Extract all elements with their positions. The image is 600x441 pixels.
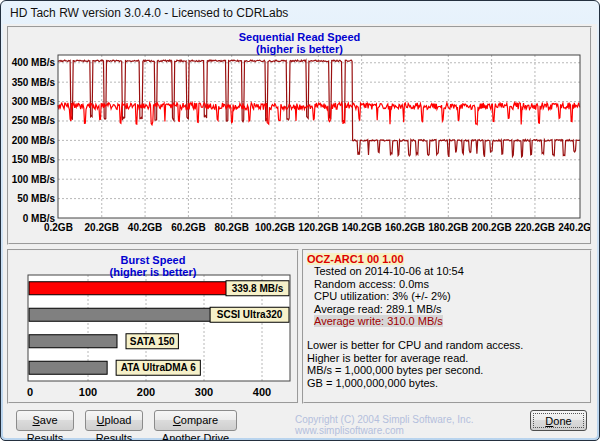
app-window: HD Tach RW version 3.0.4.0 - Licensed to…: [0, 0, 600, 441]
info-line: GB = 1,000,000,000 bytes.: [307, 377, 588, 389]
svg-text:ATA UltraDMA 6: ATA UltraDMA 6: [121, 362, 196, 373]
svg-text:220.2GB: 220.2GB: [515, 222, 555, 233]
svg-text:250 MB/s: 250 MB/s: [12, 115, 56, 126]
sequential-chart-title: Sequential Read Speed: [9, 31, 590, 43]
svg-text:SATA 150: SATA 150: [130, 336, 175, 347]
svg-text:160.2GB: 160.2GB: [385, 222, 425, 233]
svg-text:100.2GB: 100.2GB: [255, 222, 295, 233]
svg-text:200: 200: [137, 386, 155, 398]
svg-text:0.2GB: 0.2GB: [44, 222, 73, 233]
svg-text:200.2GB: 200.2GB: [472, 222, 512, 233]
svg-text:SCSI Ultra320: SCSI Ultra320: [217, 309, 283, 320]
burst-chart-subtitle: (higher is better): [9, 266, 297, 278]
svg-text:350 MB/s: 350 MB/s: [12, 77, 56, 88]
done-button[interactable]: Done: [530, 410, 587, 431]
client-area: 400 MB/s350 MB/s300 MB/s250 MB/s200 MB/s…: [3, 24, 597, 438]
svg-text:100 MB/s: 100 MB/s: [12, 174, 56, 185]
upload-results-button[interactable]: Upload Results: [85, 410, 143, 431]
window-title: HD Tach RW version 3.0.4.0 - Licensed to…: [10, 6, 288, 20]
info-line: Average read: 289.1 MB/s: [307, 303, 588, 315]
svg-text:80.2GB: 80.2GB: [214, 222, 248, 233]
sequential-speed-panel: 400 MB/s350 MB/s300 MB/s250 MB/s200 MB/s…: [7, 26, 592, 245]
drive-details: Tested on 2014-10-06 at 10:54Random acce…: [307, 265, 588, 315]
svg-text:100: 100: [79, 386, 97, 398]
burst-chart-title: Burst Speed: [9, 254, 297, 266]
title-bar[interactable]: HD Tach RW version 3.0.4.0 - Licensed to…: [3, 3, 597, 24]
info-line: Random access: 0.0ms: [307, 278, 588, 290]
svg-text:400 MB/s: 400 MB/s: [12, 57, 56, 68]
svg-text:300 MB/s: 300 MB/s: [12, 96, 56, 107]
compare-another-drive-button[interactable]: Compare Another Drive: [154, 410, 237, 431]
svg-text:50 MB/s: 50 MB/s: [17, 193, 55, 204]
svg-text:240.2GB: 240.2GB: [558, 222, 590, 233]
sequential-speed-chart: 400 MB/s350 MB/s300 MB/s250 MB/s200 MB/s…: [9, 28, 590, 243]
info-notes: Lower is better for CPU and random acces…: [307, 339, 588, 389]
svg-text:150 MB/s: 150 MB/s: [12, 154, 56, 165]
svg-text:180.2GB: 180.2GB: [428, 222, 468, 233]
svg-text:200 MB/s: 200 MB/s: [12, 135, 56, 146]
info-line: MB/s = 1,000,000 bytes per second.: [307, 364, 588, 376]
average-write-line: Average write: 310.0 MB/s: [307, 315, 588, 327]
svg-text:400: 400: [253, 386, 271, 398]
svg-text:140.2GB: 140.2GB: [342, 222, 382, 233]
burst-speed-panel: 0100200300400339.8 MB/sSCSI Ultra320SATA…: [7, 249, 299, 404]
svg-text:0: 0: [27, 386, 33, 398]
info-line: CPU utilization: 3% (+/- 2%): [307, 290, 588, 302]
svg-text:339.8 MB/s: 339.8 MB/s: [232, 283, 284, 294]
svg-text:120.2GB: 120.2GB: [298, 222, 338, 233]
save-results-button[interactable]: Save Results: [16, 410, 74, 431]
drive-info-body: OCZ-ARC1 00 1.00 Tested on 2014-10-06 at…: [304, 251, 590, 389]
sequential-chart-subtitle: (higher is better): [9, 43, 590, 55]
info-line: Higher is better for average read.: [307, 352, 588, 364]
svg-text:20.2GB: 20.2GB: [85, 222, 119, 233]
drive-name: OCZ-ARC1 00 1.00: [307, 253, 588, 265]
drive-info-panel: OCZ-ARC1 00 1.00 Tested on 2014-10-06 at…: [302, 249, 592, 404]
svg-text:60.2GB: 60.2GB: [171, 222, 205, 233]
copyright-text: Copyright (C) 2004 Simpli Software, Inc.…: [295, 414, 527, 436]
svg-text:40.2GB: 40.2GB: [128, 222, 162, 233]
info-line: Tested on 2014-10-06 at 10:54: [307, 265, 588, 277]
info-line: Lower is better for CPU and random acces…: [307, 339, 588, 351]
svg-text:300: 300: [195, 386, 213, 398]
